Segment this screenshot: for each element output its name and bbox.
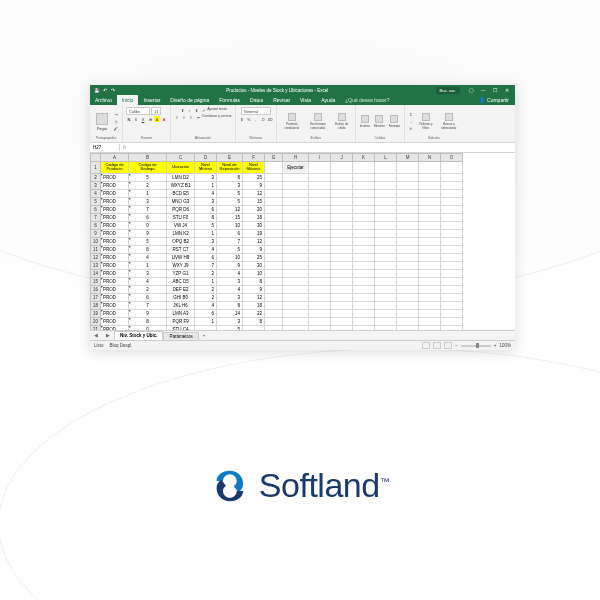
cell[interactable] <box>419 197 441 205</box>
close-icon[interactable]: ✕ <box>502 88 512 93</box>
cell[interactable]: 2 <box>129 285 167 293</box>
titlebar-search[interactable]: Bus. soc. <box>436 87 460 94</box>
cell[interactable] <box>265 213 283 221</box>
col-header-C[interactable]: C <box>167 154 195 162</box>
cell[interactable] <box>283 285 309 293</box>
cell[interactable] <box>331 317 353 325</box>
cell[interactable] <box>283 197 309 205</box>
cell[interactable] <box>397 309 419 317</box>
cell[interactable]: 6 <box>195 309 217 317</box>
cell[interactable]: 9 <box>243 181 265 189</box>
bold-icon[interactable]: N <box>126 116 132 122</box>
cell[interactable] <box>353 317 375 325</box>
row-header[interactable]: 12 <box>91 253 101 261</box>
col-header-N[interactable]: N <box>419 154 441 162</box>
cell[interactable] <box>375 213 397 221</box>
cell[interactable] <box>397 213 419 221</box>
col-header-M[interactable]: M <box>397 154 419 162</box>
row-header[interactable]: 1 <box>91 162 101 174</box>
cell[interactable]: 3 <box>217 293 243 301</box>
cell[interactable] <box>419 309 441 317</box>
row-header[interactable]: 20 <box>91 317 101 325</box>
row-header[interactable]: 6 <box>91 205 101 213</box>
cell[interactable] <box>441 269 463 277</box>
cell[interactable]: PROD <box>101 261 129 269</box>
cell[interactable] <box>283 253 309 261</box>
cell[interactable]: PQR F9 <box>167 317 195 325</box>
cell[interactable] <box>331 181 353 189</box>
cell[interactable] <box>309 189 331 197</box>
cell[interactable] <box>309 269 331 277</box>
cell[interactable]: PROD <box>101 253 129 261</box>
percent-icon[interactable]: % <box>246 116 252 122</box>
cell[interactable]: 10 <box>243 269 265 277</box>
find-select-button[interactable]: Buscar y seleccionar <box>438 112 460 131</box>
col-header-F[interactable]: F <box>243 154 265 162</box>
cell[interactable] <box>419 285 441 293</box>
row-header[interactable]: 19 <box>91 309 101 317</box>
cell[interactable]: 3 <box>195 197 217 205</box>
cell[interactable] <box>419 245 441 253</box>
sort-filter-button[interactable]: Ordenar y filtrar <box>416 112 436 131</box>
cell[interactable]: GHI B0 <box>167 293 195 301</box>
row-header[interactable]: 14 <box>91 269 101 277</box>
cell[interactable]: PROD <box>101 285 129 293</box>
cell[interactable]: STU F0 <box>167 213 195 221</box>
col-header-K[interactable]: K <box>353 154 375 162</box>
zoom-slider[interactable] <box>461 345 491 347</box>
zoom-out-button[interactable]: − <box>455 343 458 348</box>
cell[interactable] <box>265 221 283 229</box>
cell[interactable]: 5 <box>217 189 243 197</box>
tab-archivo[interactable]: Archivo <box>90 95 117 105</box>
view-layout-icon[interactable] <box>433 342 441 349</box>
cell[interactable]: 4 <box>217 269 243 277</box>
cell[interactable] <box>331 261 353 269</box>
cell[interactable] <box>265 253 283 261</box>
cell[interactable]: 3 <box>129 269 167 277</box>
cell[interactable] <box>397 181 419 189</box>
cell[interactable] <box>441 173 463 181</box>
cell[interactable] <box>309 301 331 309</box>
cell[interactable] <box>353 173 375 181</box>
cell[interactable] <box>441 317 463 325</box>
cell[interactable] <box>265 189 283 197</box>
cell[interactable] <box>419 293 441 301</box>
insert-cells-button[interactable]: Insertar <box>359 114 371 129</box>
sheet-tab-active[interactable]: Niv. Stock y Ubic. <box>114 331 163 340</box>
cell[interactable]: 0 <box>129 221 167 229</box>
cell[interactable]: 20 <box>243 205 265 213</box>
cell[interactable]: 2 <box>195 285 217 293</box>
border-icon[interactable]: ⊞ <box>147 116 153 122</box>
cell[interactable]: 7 <box>129 301 167 309</box>
cell[interactable] <box>353 253 375 261</box>
cell[interactable] <box>419 229 441 237</box>
tab-inicio[interactable]: Inicio <box>117 95 139 105</box>
cell[interactable]: 2 <box>195 293 217 301</box>
format-painter-icon[interactable]: 🖌 <box>113 126 119 132</box>
tab-insertar[interactable]: Insertar <box>138 95 165 105</box>
cell[interactable] <box>353 181 375 189</box>
hdr-nivel-minimo[interactable]: Nivel Mínimo <box>195 162 217 174</box>
cell[interactable] <box>265 285 283 293</box>
cell[interactable]: 6 <box>217 229 243 237</box>
cell[interactable] <box>265 277 283 285</box>
cell[interactable] <box>309 197 331 205</box>
cell[interactable] <box>309 309 331 317</box>
underline-icon[interactable]: S <box>140 116 146 122</box>
cell[interactable] <box>283 309 309 317</box>
cell[interactable]: 30 <box>243 221 265 229</box>
inc-dec-icon[interactable]: .0 <box>260 116 266 122</box>
cell[interactable] <box>331 277 353 285</box>
row-header[interactable]: 11 <box>91 245 101 253</box>
col-header-H[interactable]: H <box>283 154 309 162</box>
cell[interactable]: 12 <box>243 293 265 301</box>
cell[interactable] <box>419 221 441 229</box>
cell[interactable] <box>265 317 283 325</box>
cell[interactable] <box>331 237 353 245</box>
tab-nav-next-icon[interactable]: ▶ <box>102 333 114 338</box>
dec-dec-icon[interactable]: .00 <box>267 116 273 122</box>
hdr-ubicacion[interactable]: Ubicación <box>167 162 195 174</box>
cell[interactable] <box>375 245 397 253</box>
cell[interactable]: 0 <box>129 325 167 330</box>
cell[interactable] <box>309 229 331 237</box>
